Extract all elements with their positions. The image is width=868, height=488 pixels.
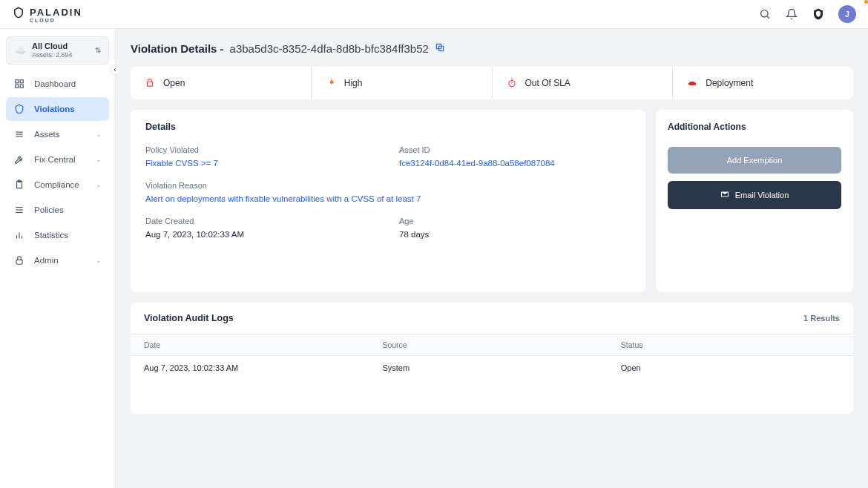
avatar[interactable]: J xyxy=(838,5,856,23)
field-date: Date Created Aug 7, 2023, 10:02:33 AM xyxy=(145,217,377,239)
brand-name: PALADIN xyxy=(30,7,82,18)
sidebar: ☁️ All Cloud Assets: 2,694 ⇅ Dashboard V… xyxy=(0,29,116,488)
sidebar-item-policies[interactable]: Policies xyxy=(6,198,109,222)
copy-icon[interactable] xyxy=(435,42,445,55)
stack-icon xyxy=(13,128,25,140)
sidebar-item-label: Dashboard xyxy=(34,79,76,88)
age-label: Age xyxy=(399,217,631,225)
sidebar-collapse-button[interactable] xyxy=(110,65,120,75)
sidebar-item-label: Fix Central xyxy=(34,155,76,164)
reason-label: Violation Reason xyxy=(145,181,631,190)
field-policy: Policy Violated Fixable CVSS >= 7 xyxy=(145,145,377,168)
brand: PALADIN CLOUD xyxy=(12,6,82,23)
status-open: Open xyxy=(131,67,312,99)
svg-rect-4 xyxy=(16,85,19,88)
flame-icon xyxy=(325,77,337,89)
scope-sub: Assets: 2,694 xyxy=(32,51,73,59)
svg-point-0 xyxy=(761,10,768,17)
audit-heading: Violation Audit Logs xyxy=(144,313,234,323)
asset-link[interactable]: fce3124f-0d84-41ed-9a88-0a58ef087084 xyxy=(399,159,631,168)
status-severity: High xyxy=(312,67,493,99)
status-resource: Deployment xyxy=(673,67,853,99)
lock-open-icon xyxy=(144,77,156,89)
status-bar: Open High Out Of SLA Deployment xyxy=(131,67,853,99)
sidebar-item-assets[interactable]: Assets ⌄ xyxy=(6,122,109,146)
chevron-down-icon: ⌄ xyxy=(96,131,102,138)
search-icon[interactable] xyxy=(758,7,772,21)
table-row[interactable]: Aug 7, 2023, 10:02:33 AM System Open xyxy=(131,356,853,380)
actions-card: Additional Actions Add Exemption Email V… xyxy=(656,110,853,292)
status-severity-label: High xyxy=(344,78,363,88)
chevron-down-icon: ⌄ xyxy=(96,257,102,264)
sidebar-item-label: Violations xyxy=(34,105,75,113)
wrench-icon xyxy=(13,154,25,165)
shield-icon xyxy=(13,103,25,115)
email-violation-label: Email Violation xyxy=(735,191,789,200)
details-heading: Details xyxy=(145,122,631,132)
status-sla-label: Out Of SLA xyxy=(525,78,571,88)
audit-table: Date Source Status Aug 7, 2023, 10:02:33… xyxy=(131,334,853,380)
age-value: 78 days xyxy=(399,230,631,239)
actions-heading: Additional Actions xyxy=(668,122,841,132)
add-exemption-button[interactable]: Add Exemption xyxy=(668,147,841,174)
page-title: Violation Details - a3ba5d3c-8352-4dfa-8… xyxy=(131,42,853,55)
sidebar-nav: Dashboard Violations Assets ⌄ Fix Centra… xyxy=(6,72,109,272)
email-violation-button[interactable]: Email Violation xyxy=(668,181,841,209)
sidebar-item-compliance[interactable]: Compliance ⌄ xyxy=(6,173,109,197)
sidebar-item-label: Assets xyxy=(34,130,60,139)
mail-icon xyxy=(720,190,729,200)
svg-rect-17 xyxy=(16,260,22,264)
dashboard-icon xyxy=(13,78,25,90)
svg-rect-5 xyxy=(20,85,23,88)
scope-selector[interactable]: ☁️ All Cloud Assets: 2,694 ⇅ xyxy=(6,36,109,65)
status-open-label: Open xyxy=(163,78,185,88)
sidebar-item-fix-central[interactable]: Fix Central ⌄ xyxy=(6,148,109,171)
cell-status: Open xyxy=(608,356,853,380)
main-content: Violation Details - a3ba5d3c-8352-4dfa-8… xyxy=(116,29,868,488)
chevron-down-icon: ⌄ xyxy=(96,156,102,163)
notification-dot xyxy=(864,0,868,4)
col-status[interactable]: Status xyxy=(608,334,853,356)
sidebar-item-label: Policies xyxy=(34,205,64,214)
sidebar-item-label: Statistics xyxy=(34,231,68,240)
chevron-updown-icon: ⇅ xyxy=(95,46,101,54)
chevron-down-icon: ⌄ xyxy=(96,181,102,188)
col-date[interactable]: Date xyxy=(131,334,369,356)
policy-link[interactable]: Fixable CVSS >= 7 xyxy=(145,159,377,168)
violation-id: a3ba5d3c-8352-4dfa-8d8b-bfc384ff3b52 xyxy=(230,42,429,55)
sidebar-item-admin[interactable]: Admin ⌄ xyxy=(6,248,109,272)
field-reason: Violation Reason Alert on deployments wi… xyxy=(145,181,631,203)
audit-count: 1 Results xyxy=(803,314,840,323)
sidebar-item-label: Admin xyxy=(34,256,59,265)
sidebar-item-violations[interactable]: Violations xyxy=(6,97,109,121)
audit-card: Violation Audit Logs 1 Results Date Sour… xyxy=(131,303,853,414)
add-exemption-label: Add Exemption xyxy=(727,156,783,165)
bell-icon[interactable] xyxy=(785,7,798,21)
status-resource-label: Deployment xyxy=(706,78,753,88)
app-shield-icon[interactable] xyxy=(812,7,825,21)
field-asset: Asset ID fce3124f-0d84-41ed-9a88-0a58ef0… xyxy=(399,145,631,168)
title-prefix: Violation Details - xyxy=(131,42,224,55)
col-source[interactable]: Source xyxy=(369,334,607,356)
brand-logo-icon xyxy=(12,6,25,19)
brand-sub: CLOUD xyxy=(30,18,82,23)
svg-rect-3 xyxy=(20,80,23,83)
list-icon xyxy=(13,204,25,216)
topbar: PALADIN CLOUD J xyxy=(0,0,868,29)
cell-date: Aug 7, 2023, 10:02:33 AM xyxy=(131,356,369,380)
clipboard-icon xyxy=(13,179,25,191)
sidebar-item-statistics[interactable]: Statistics xyxy=(6,223,109,247)
sidebar-item-dashboard[interactable]: Dashboard xyxy=(6,72,109,96)
cell-source: System xyxy=(369,356,607,380)
svg-rect-2 xyxy=(16,80,19,83)
policy-label: Policy Violated xyxy=(145,145,377,154)
bars-icon xyxy=(13,229,25,241)
stopwatch-icon xyxy=(506,77,518,89)
sidebar-item-label: Compliance xyxy=(34,180,79,189)
field-age: Age 78 days xyxy=(399,217,631,239)
cloud-icon: ☁️ xyxy=(14,44,26,56)
reason-link[interactable]: Alert on deployments with fixable vulner… xyxy=(145,194,631,203)
asset-label: Asset ID xyxy=(399,145,631,154)
redhat-icon xyxy=(686,77,698,89)
scope-title: All Cloud xyxy=(32,42,73,51)
